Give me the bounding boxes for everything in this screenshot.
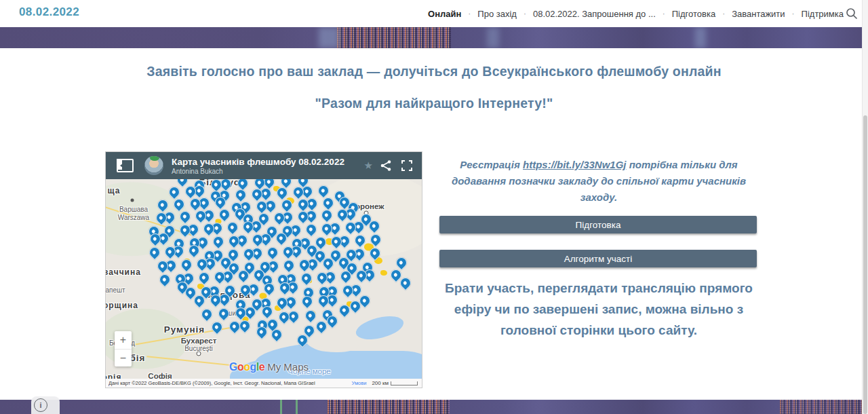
google-logo-letter: g [250,361,256,373]
registration-link[interactable]: https://bit.ly/33Nw1Gj [523,159,627,170]
fullscreen-icon[interactable] [401,160,412,171]
avatar[interactable] [144,156,163,175]
zoom-in-button[interactable]: + [115,331,132,350]
map-pin[interactable] [216,306,232,322]
preparation-button[interactable]: Підготовка [439,216,757,233]
map-city-dot [197,352,201,356]
footer-green-line [280,400,282,414]
page-title-line2: "Разом для найкращого Інтернету!" [0,96,868,111]
map-scale-bar [391,381,418,385]
map-pin[interactable] [281,258,297,274]
map-pin[interactable] [394,255,410,271]
map-terms-link[interactable]: Умови [351,380,366,386]
map-scale-label: 200 км [372,380,389,386]
map-embed: Карта учасників флешмобу 08.02.2022 Anto… [105,151,422,388]
top-navigation: 08.02.2022 Онлайн·Про захід·08.02.2022. … [0,0,868,27]
map-canvas[interactable]: + − GoogleMy Maps щаВаршаваWarszawaБілор… [106,179,422,379]
algorithm-button[interactable]: Алгоритм участі [439,250,757,267]
page-scrollbar[interactable] [862,0,868,414]
map-label: Софія [148,372,172,379]
map-pin[interactable] [155,197,171,213]
map-pin[interactable] [199,307,215,322]
nav-item-4[interactable]: Підготовка [672,9,715,19]
side-panel-icon[interactable] [117,159,134,172]
map-pin[interactable] [197,270,212,286]
map-author: Antonina Bukach [172,168,364,175]
footer-green-line [296,400,298,414]
share-icon[interactable] [380,159,392,172]
registration-text-pre: Реєстрація [460,159,523,170]
map-pin[interactable] [319,208,335,223]
nav-item-5[interactable]: Завантажити [732,9,785,19]
google-logo-letter: o [243,361,250,373]
map-pin[interactable] [211,234,226,250]
map-title[interactable]: Карта учасників флешмобу 08.02.2022 [172,157,364,167]
google-logo[interactable]: GoogleMy Maps [229,361,309,373]
nav-item-2[interactable]: Про захід [477,9,517,19]
azov-sea [353,312,406,344]
map-label: ваччина [106,267,141,277]
map-label: апешт [106,286,125,294]
nav-item-6[interactable]: Підтримка [802,9,844,19]
hero-section: Заявіть голосно про ваш заклад — долучіт… [0,64,868,128]
map-city-dot [131,199,134,202]
site-info-button[interactable]: i [31,396,60,414]
map-pin[interactable] [299,271,315,286]
nav-separator: · [792,9,795,18]
map-label: Бухарест [181,337,217,345]
banner-glow [319,27,339,48]
banner-image-strip [0,27,868,48]
footer-pixel-texture [780,400,868,414]
nav-separator: · [722,9,725,18]
map-label: Warszawa [118,214,149,221]
map-attribution-bar: Дані карт ©2022 GeoBasis-DE/BKG (©2009),… [106,379,422,388]
nav-separator: · [524,9,526,18]
search-icon[interactable] [845,7,859,20]
map-zoom-control: + − [115,331,132,366]
map-pin[interactable] [179,257,195,273]
footer-pixel-texture [328,400,450,414]
map-label: горія [106,373,121,379]
map-label: бія [130,353,146,363]
map-pin[interactable] [157,272,173,288]
nav-menu: Онлайн·Про захід·08.02.2022. Запрошення … [428,0,844,27]
map-pin[interactable] [233,187,249,203]
nav-separator: · [663,9,665,18]
map-pin[interactable] [304,222,319,238]
site-logo[interactable]: 08.02.2022 [19,5,79,19]
scrollbar-thumb[interactable] [863,115,867,414]
right-column: Реєстрація https://bit.ly/33Nw1Gj потріб… [439,151,758,396]
map-header: Карта учасників флешмобу 08.02.2022 Anto… [106,152,422,179]
map-pin[interactable] [227,319,243,335]
map-label: Варшава [119,206,148,213]
google-logo-letter: o [237,361,243,373]
zoom-out-button[interactable]: − [115,350,132,367]
footer-image-strip [0,400,868,414]
map-pin[interactable] [265,245,281,261]
nav-item-3[interactable]: 08.02.2022. Запрошення до ... [533,9,656,19]
google-logo-letter: G [229,361,237,373]
registration-paragraph: Реєстрація https://bit.ly/33Nw1Gj потріб… [439,157,758,206]
map-label: Bucureşti [184,345,213,352]
map-titles: Карта учасників флешмобу 08.02.2022 Anto… [172,157,364,175]
map-label: Румунія [164,324,205,335]
map-label: ща [108,186,121,195]
info-icon: i [34,398,47,412]
google-logo-letter: e [259,361,264,373]
map-pin[interactable] [303,308,319,324]
map-pin[interactable] [210,320,225,335]
page: 08.02.2022 Онлайн·Про захід·08.02.2022. … [0,0,868,414]
map-pin[interactable] [147,245,163,261]
nav-separator: · [468,9,471,18]
my-maps-wordmark: My Maps [267,361,309,373]
page-title-line1: Заявіть голосно про ваш заклад — долучіт… [0,64,868,79]
map-pin[interactable] [225,220,241,236]
star-icon[interactable]: ★ [364,159,373,172]
map-pin[interactable] [316,183,332,199]
nav-item-1[interactable]: Онлайн [428,9,461,19]
map-pin[interactable] [167,185,182,200]
banner-glow [487,27,499,48]
map-label: орщина [106,301,138,310]
banner-glow [695,27,706,48]
banner-pixel-texture [337,27,451,48]
